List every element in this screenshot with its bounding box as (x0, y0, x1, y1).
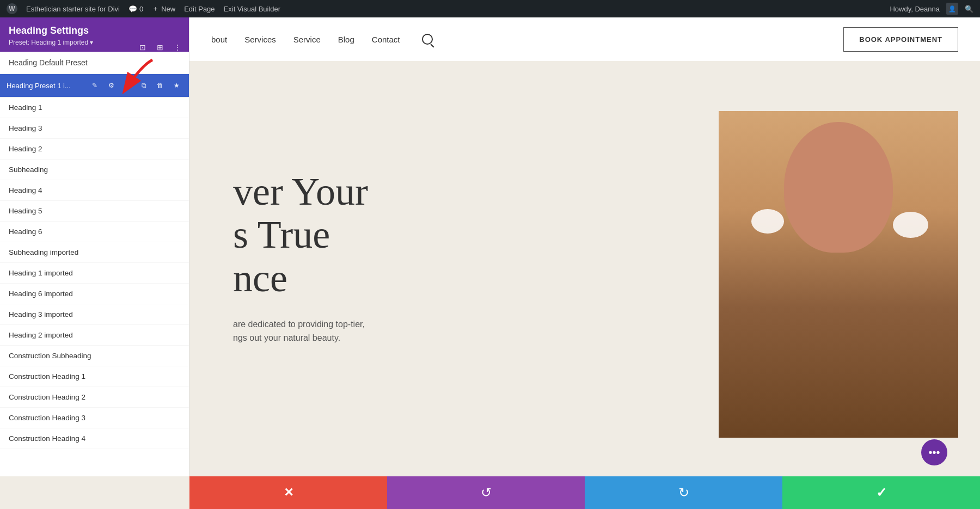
panel-header-icons: ⊡ ⊞ ⋮ (136, 40, 185, 54)
preset-list: Heading 1Heading 3Heading 2SubheadingHea… (0, 97, 189, 476)
preset-delete-icon[interactable]: 🗑 (154, 79, 166, 91)
hero-title-line2: s True (233, 213, 675, 256)
preset-star-icon[interactable]: ★ (170, 79, 182, 91)
book-appointment-button[interactable]: BOOK APPOINTMENT (843, 27, 958, 52)
preset-list-item[interactable]: Construction Heading 1 (0, 366, 189, 387)
nav-contact[interactable]: Contact (372, 35, 400, 44)
new-link[interactable]: ＋ New (152, 4, 175, 14)
edit-page-link[interactable]: Edit Page (184, 5, 215, 13)
cancel-button[interactable]: ✕ (189, 476, 387, 509)
preset-list-item[interactable]: Heading 5 (0, 201, 189, 222)
nav-search-icon[interactable] (422, 34, 433, 45)
search-admin-icon[interactable]: 🔍 (965, 5, 973, 13)
preset-list-item[interactable]: Construction Heading 4 (0, 428, 189, 449)
panel-icon-layout[interactable]: ⊞ (153, 40, 167, 54)
hero-title-line3: nce (233, 257, 675, 300)
preset-list-item[interactable]: Heading 3 imported (0, 304, 189, 325)
preset-selected-row: Heading Preset 1 i... ✎ ⚙ ⇄ ⧉ 🗑 ★ (0, 74, 189, 97)
preset-list-item[interactable]: Heading 1 imported (0, 263, 189, 284)
preset-list-item[interactable]: Heading 1 (0, 97, 189, 118)
comment-icon: 💬 (128, 5, 137, 13)
preset-selected-label[interactable]: Heading Preset 1 i... (7, 82, 84, 90)
panel-icon-more[interactable]: ⋮ (170, 40, 185, 54)
preset-dropdown: Heading Default Preset Heading Preset 1 … (0, 52, 189, 97)
preset-list-item[interactable]: Subheading (0, 160, 189, 180)
preset-transfer-icon[interactable]: ⇄ (121, 79, 133, 91)
hero-image (719, 111, 958, 438)
settings-panel: Heading Settings Preset: Heading 1 impor… (0, 17, 189, 476)
preset-edit-icon[interactable]: ✎ (89, 79, 101, 91)
undo-button[interactable]: ↺ (387, 476, 585, 509)
panel-title: Heading Settings (9, 25, 180, 36)
nav-service[interactable]: Service (293, 35, 321, 44)
panel-icon-resize[interactable]: ⊡ (136, 40, 150, 54)
preset-list-item[interactable]: Heading 4 (0, 180, 189, 201)
preset-copy-icon[interactable]: ⧉ (138, 79, 150, 91)
nav-about[interactable]: bout (211, 35, 227, 44)
site-nav: bout Services Service Blog Contact BOOK … (189, 17, 980, 61)
exit-builder-link[interactable]: Exit Visual Builder (224, 5, 281, 13)
undo-icon: ↺ (481, 485, 492, 500)
hero-description: are dedicated to providing top-tier, ngs… (233, 317, 451, 345)
hero-text: ver Your s True nce are dedicated to pro… (189, 138, 719, 400)
site-name[interactable]: Esthetician starter site for Divi (26, 5, 120, 13)
floating-action-button[interactable]: ••• (921, 439, 947, 465)
preset-list-item[interactable]: Construction Heading 2 (0, 387, 189, 408)
preset-list-item[interactable]: Heading 2 imported (0, 325, 189, 346)
preset-list-item[interactable]: Heading 6 (0, 222, 189, 242)
preset-default-item[interactable]: Heading Default Preset (0, 52, 189, 74)
plus-icon: ＋ (152, 4, 159, 14)
main-content: bout Services Service Blog Contact BOOK … (189, 17, 980, 509)
cream-patch-right (893, 212, 928, 238)
save-icon: ✓ (876, 485, 887, 500)
bottom-action-bar: ✕ ↺ ↻ ✓ (189, 476, 980, 509)
site-nav-links: bout Services Service Blog Contact (211, 34, 843, 45)
cancel-icon: ✕ (284, 486, 293, 500)
hero-person-bg (719, 111, 958, 438)
preset-list-item[interactable]: Heading 3 (0, 118, 189, 139)
nav-blog[interactable]: Blog (338, 35, 354, 44)
admin-bar-right: Howdy, Deanna 👤 🔍 (890, 3, 973, 15)
comments-link[interactable]: 💬 0 (128, 5, 143, 13)
redo-button[interactable]: ↻ (585, 476, 782, 509)
cream-patch-left (751, 209, 784, 234)
preset-list-item[interactable]: Heading 6 imported (0, 284, 189, 304)
save-button[interactable]: ✓ (782, 476, 980, 509)
hero-desc-line1: are dedicated to providing top-tier, (233, 317, 451, 332)
preset-list-item[interactable]: Construction Heading 3 (0, 408, 189, 428)
hero-desc-line2: ngs out your natural beauty. (233, 331, 451, 345)
redo-icon: ↻ (678, 485, 689, 500)
admin-bar: W Esthetician starter site for Divi 💬 0 … (0, 0, 980, 17)
user-icon: 👤 (948, 5, 956, 13)
preset-list-item[interactable]: Construction Subheading (0, 346, 189, 366)
user-avatar[interactable]: 👤 (946, 3, 958, 15)
preset-list-item[interactable]: Heading 2 (0, 139, 189, 160)
howdy-label[interactable]: Howdy, Deanna (890, 5, 940, 13)
preset-settings-icon[interactable]: ⚙ (105, 79, 117, 91)
hero-section: ver Your s True nce are dedicated to pro… (189, 61, 980, 476)
wp-logo-icon[interactable]: W (7, 3, 17, 14)
panel-header: Heading Settings Preset: Heading 1 impor… (0, 17, 189, 52)
preset-list-item[interactable]: Subheading imported (0, 242, 189, 263)
nav-services[interactable]: Services (244, 35, 276, 44)
hero-title-line1: ver Your (233, 170, 675, 213)
hero-title: ver Your s True nce (233, 170, 675, 300)
